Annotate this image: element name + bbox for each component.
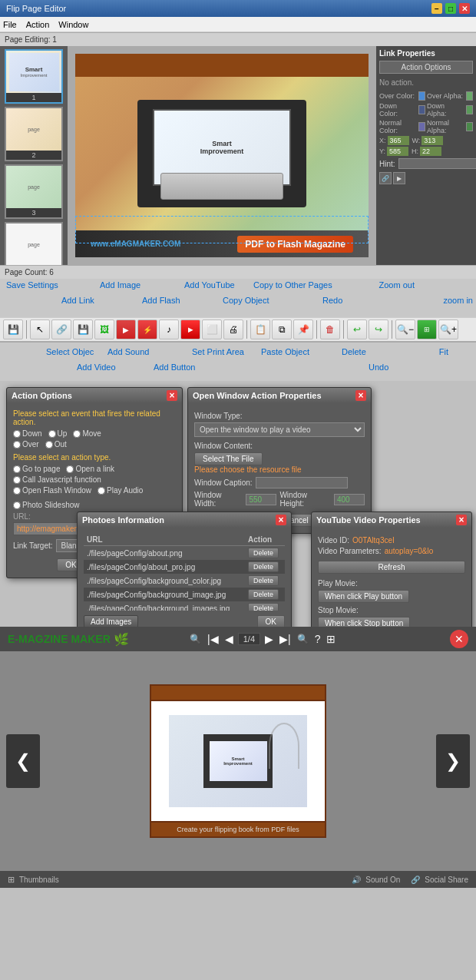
action-radio-group1: Go to page Open a link	[13, 465, 176, 473]
play-movie-button[interactable]: When click Play button	[318, 590, 409, 603]
thumb-label-1: 1	[6, 93, 61, 102]
action-goto[interactable]: Go to page	[13, 465, 60, 473]
window-caption-input[interactable]	[256, 477, 348, 488]
viewer-last[interactable]: ▶|	[278, 633, 293, 645]
decorative-arm	[269, 723, 299, 769]
down-alpha-swatch[interactable]	[466, 105, 473, 114]
thumbnail-2[interactable]: page 2	[5, 107, 63, 161]
thumbnail-4[interactable]: page 4	[5, 222, 63, 265]
viewer-close-button[interactable]: ✕	[450, 630, 468, 648]
photos-table-container: URL Action ./files/pageConfig/about.pngD…	[84, 534, 285, 611]
link-icon-2[interactable]: ▶	[393, 172, 405, 184]
viewer-zoom-in2[interactable]: 🔍	[296, 634, 310, 644]
window-caption-row: Window Caption:	[194, 477, 365, 488]
minimize-button[interactable]: −	[431, 3, 442, 14]
hint-input[interactable]	[398, 158, 476, 169]
delete-photo-button[interactable]: Delete	[248, 603, 279, 611]
annotation-set-print-area: Set Print Area	[192, 347, 244, 356]
viewer-fullscreen[interactable]: ⊞	[325, 633, 337, 645]
print-button[interactable]: 🖨	[223, 319, 243, 339]
action-options-button[interactable]: Action Options	[379, 61, 473, 74]
window-width-input[interactable]	[246, 494, 276, 505]
thumbnail-3[interactable]: page 3	[5, 164, 63, 219]
paste-button[interactable]: 📌	[293, 319, 313, 339]
link-icon-1[interactable]: 🔗	[379, 172, 392, 184]
zoom-in-button[interactable]: 🔍+	[438, 319, 458, 339]
viewer-first[interactable]: |◀	[206, 633, 220, 645]
image-button[interactable]: 🖼	[94, 319, 114, 339]
undo-button[interactable]: ↩	[347, 319, 367, 339]
annotation-select-object: Select Objec	[46, 347, 94, 356]
youtube-close[interactable]: ×	[456, 515, 467, 525]
over-alpha-swatch[interactable]	[466, 91, 473, 101]
menu-window[interactable]: Window	[58, 20, 88, 29]
social-share-label[interactable]: Social Share	[425, 876, 468, 884]
table-row: ./files/pageConfig/background_image.jpgD…	[84, 588, 285, 601]
action-openlink[interactable]: Open a link	[66, 465, 114, 473]
select-button[interactable]: ↖	[30, 319, 50, 339]
viewer-prev[interactable]: ◀	[223, 633, 235, 645]
event-move[interactable]: Move	[73, 429, 101, 438]
viewer-prev-button[interactable]: ❮	[6, 734, 40, 788]
event-up[interactable]: Up	[48, 429, 68, 438]
menu-file[interactable]: File	[3, 20, 17, 29]
open-window-close[interactable]: ×	[355, 390, 366, 401]
maximize-button[interactable]: □	[445, 3, 456, 14]
table-row: ./files/pageConfig/background_images.jpg…	[84, 601, 285, 611]
button-button[interactable]: ⬜	[202, 319, 222, 339]
canvas-area: SmartImprovement www.eMAGMAKER.COM PDF t…	[68, 46, 376, 265]
flash-button[interactable]: ⚡	[137, 319, 157, 339]
thumb-img-1: Smart Improvement	[6, 51, 61, 93]
action-audio[interactable]: Play Audio	[98, 486, 143, 495]
link-button[interactable]: 🔗	[51, 319, 71, 339]
save-button[interactable]: 💾	[3, 319, 23, 339]
photo-action-cell: Delete	[245, 601, 285, 611]
youtube-button[interactable]: ▶	[180, 319, 200, 339]
action-flash[interactable]: Open Flash Window	[13, 486, 91, 495]
thumbnail-1[interactable]: Smart Improvement 1	[5, 49, 63, 104]
viewer-zoom-out[interactable]: 🔍	[188, 634, 203, 644]
photos-close[interactable]: ×	[276, 515, 286, 525]
viewer-next-button[interactable]: ❯	[436, 734, 470, 788]
action-options-close[interactable]: ×	[167, 390, 177, 401]
event-over[interactable]: Over	[13, 440, 39, 449]
redo-button[interactable]: ↪	[369, 319, 388, 339]
video-button[interactable]: ▶	[116, 319, 136, 339]
event-out[interactable]: Out	[45, 440, 67, 449]
delete-button[interactable]: 🗑	[320, 319, 340, 339]
book-top	[150, 684, 326, 700]
viewer-next-ctrl[interactable]: ▶	[263, 633, 275, 645]
down-color-swatch[interactable]	[418, 105, 425, 114]
fit-button[interactable]: ⊞	[417, 319, 437, 339]
delete-photo-button[interactable]: Delete	[248, 575, 279, 586]
link-target-label: Link Target:	[13, 541, 53, 550]
sound-on-label[interactable]: Sound On	[365, 876, 400, 884]
close-button[interactable]: ✕	[459, 3, 470, 14]
window-height-input[interactable]	[334, 494, 365, 505]
normal-alpha-swatch[interactable]	[466, 122, 473, 131]
over-color-swatch[interactable]	[418, 91, 425, 101]
thumbnails-label[interactable]: Thumbnails	[19, 876, 59, 884]
action-js[interactable]: Call Javascript function	[13, 475, 101, 484]
page-count-status: Page Count: 6	[0, 265, 476, 279]
delete-photo-button[interactable]: Delete	[248, 589, 279, 600]
mini-screen: SmartImprovement	[210, 741, 267, 781]
menu-action[interactable]: Action	[26, 20, 50, 29]
event-down[interactable]: Down	[13, 429, 42, 438]
refresh-button[interactable]: Refresh	[318, 561, 465, 574]
delete-photo-button[interactable]: Delete	[248, 548, 279, 558]
copy-obj-button[interactable]: ⧉	[272, 319, 292, 339]
action-slideshow[interactable]: Photo Slideshow	[13, 501, 80, 509]
separator-5	[392, 320, 392, 339]
normal-color-swatch[interactable]	[418, 122, 425, 131]
save2-button[interactable]: 💾	[73, 319, 93, 339]
window-type-label: Window Type:	[194, 412, 243, 420]
delete-photo-button[interactable]: Delete	[248, 561, 279, 572]
window-type-select[interactable]: Open the window to play a video	[194, 422, 365, 437]
viewer-help[interactable]: ?	[313, 633, 322, 645]
copy-pages-button[interactable]: 📋	[250, 319, 270, 339]
zoom-out-button[interactable]: 🔍−	[395, 319, 415, 339]
sound-button[interactable]: ♪	[159, 319, 179, 339]
select-file-button[interactable]: Select The File	[194, 452, 263, 465]
annotation-copy-to-other-pages: Copy to Other Pages	[253, 280, 332, 290]
